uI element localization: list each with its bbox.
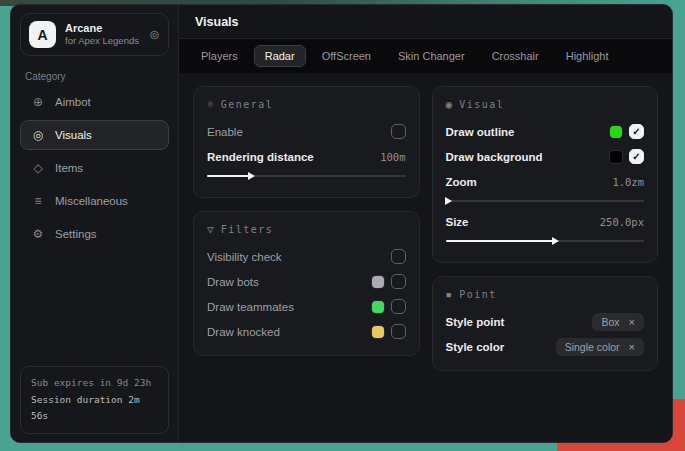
row-enable: Enable	[207, 120, 406, 143]
rendering-distance-value: 100m	[380, 151, 405, 163]
app-subtitle: for Apex Legends	[65, 35, 140, 47]
row-draw-background: Draw background ✓	[446, 145, 645, 168]
item-box-icon: ◇	[31, 161, 45, 175]
enable-label: Enable	[207, 126, 243, 138]
panel-general-title: ☼ General	[207, 98, 406, 111]
draw-background-label: Draw background	[446, 151, 543, 163]
sidebar-item-miscellaneous[interactable]: ≡ Miscellaneous	[20, 186, 169, 216]
tab-skin-changer[interactable]: Skin Changer	[387, 45, 476, 67]
tab-offscreen[interactable]: OffScreen	[311, 45, 382, 67]
sidebar-item-label: Aimbot	[55, 96, 91, 108]
draw-teammates-label: Draw teammates	[207, 301, 294, 313]
draw-outline-checkbox[interactable]: ✓	[629, 124, 644, 139]
row-draw-outline: Draw outline ✓	[446, 120, 645, 143]
style-point-label: Style point	[446, 316, 505, 328]
panel-filters-title: ▽ Filters	[207, 223, 406, 236]
draw-bots-color-swatch[interactable]	[372, 276, 384, 288]
funnel-icon: ▽	[207, 223, 214, 236]
draw-background-color-swatch[interactable]	[610, 151, 622, 163]
sidebar-item-aimbot[interactable]: ⊕ Aimbot	[20, 87, 169, 117]
rendering-distance-slider[interactable]	[207, 171, 406, 180]
sidebar-item-items[interactable]: ◇ Items	[20, 153, 169, 183]
app-name: Arcane	[65, 22, 140, 36]
zoom-label: Zoom	[446, 176, 477, 188]
sidebar-item-settings[interactable]: ⚙ Settings	[20, 219, 169, 249]
row-visibility-check: Visibility check	[207, 245, 406, 268]
enable-checkbox[interactable]	[391, 124, 406, 139]
draw-background-checkbox[interactable]: ✓	[629, 149, 644, 164]
main-header: Visuals	[179, 5, 672, 39]
right-column: ◉ Visual Draw outline ✓ Draw background	[432, 86, 659, 371]
gear-icon: ⚙	[31, 227, 45, 241]
row-size: Size 250.0px	[446, 210, 645, 233]
style-point-select[interactable]: Box ×	[592, 313, 644, 331]
row-rendering-distance: Rendering distance 100m	[207, 145, 406, 168]
style-color-select[interactable]: Single color ×	[556, 338, 644, 356]
tab-players[interactable]: Players	[190, 45, 249, 67]
close-icon[interactable]: ×	[629, 316, 635, 328]
panel-filters: ▽ Filters Visibility check Draw bots	[193, 211, 420, 356]
row-style-color: Style color Single color ×	[446, 335, 645, 358]
style-color-value: Single color	[565, 341, 620, 353]
crosshair-icon: ⊕	[31, 95, 45, 109]
session-info-card: Sub expires in 9d 23h Session duration 2…	[20, 366, 169, 434]
left-column: ☼ General Enable Rendering distance 100m	[193, 86, 420, 371]
list-icon: ≡	[31, 194, 45, 208]
page-title: Visuals	[195, 15, 656, 29]
draw-teammates-color-swatch[interactable]	[372, 301, 384, 313]
app-logo: A	[29, 21, 56, 48]
rendering-distance-label: Rendering distance	[207, 151, 314, 163]
eye-icon: ◉	[446, 98, 453, 111]
main-area: Visuals Players Radar OffScreen Skin Cha…	[179, 5, 672, 442]
category-label: Category	[25, 71, 164, 82]
sun-gear-icon: ☼	[207, 98, 214, 111]
slider-thumb-icon[interactable]	[248, 172, 255, 180]
sidebar-item-label: Items	[55, 162, 83, 174]
slider-thumb-icon[interactable]	[552, 237, 559, 245]
draw-knocked-label: Draw knocked	[207, 326, 280, 338]
draw-outline-color-swatch[interactable]	[610, 126, 622, 138]
sidebar-item-label: Settings	[55, 228, 97, 240]
row-draw-bots: Draw bots	[207, 270, 406, 293]
draw-teammates-checkbox[interactable]	[391, 299, 406, 314]
sub-expiry-text: Sub expires in 9d 23h	[31, 375, 158, 392]
slider-thumb-icon[interactable]	[445, 197, 452, 205]
size-label: Size	[446, 216, 469, 228]
tab-bar: Players Radar OffScreen Skin Changer Cro…	[179, 39, 672, 73]
sidebar-item-label: Visuals	[55, 129, 92, 141]
panel-general: ☼ General Enable Rendering distance 100m	[193, 86, 420, 198]
brand-settings-icon[interactable]: ⊚	[149, 27, 160, 42]
size-slider[interactable]	[446, 236, 645, 245]
visibility-check-label: Visibility check	[207, 251, 282, 263]
draw-bots-checkbox[interactable]	[391, 274, 406, 289]
tab-crosshair[interactable]: Crosshair	[481, 45, 550, 67]
draw-knocked-checkbox[interactable]	[391, 324, 406, 339]
orbit-eye-icon: ◎	[31, 128, 45, 142]
sidebar-nav: ⊕ Aimbot ◎ Visuals ◇ Items ≡ Miscellaneo…	[20, 87, 169, 249]
content-grid: ☼ General Enable Rendering distance 100m	[179, 73, 672, 442]
panel-visual-title: ◉ Visual	[446, 98, 645, 111]
sidebar: A Arcane for Apex Legends ⊚ Category ⊕ A…	[11, 5, 179, 442]
brand-card: A Arcane for Apex Legends ⊚	[20, 13, 169, 56]
dot-icon: ▪	[446, 288, 453, 301]
row-draw-knocked: Draw knocked	[207, 320, 406, 343]
zoom-value: 1.0zm	[612, 176, 644, 188]
style-point-value: Box	[601, 316, 619, 328]
sidebar-item-label: Miscellaneous	[55, 195, 128, 207]
sidebar-item-visuals[interactable]: ◎ Visuals	[20, 120, 169, 150]
app-window: A Arcane for Apex Legends ⊚ Category ⊕ A…	[10, 4, 673, 443]
session-duration-text: Session duration 2m 56s	[31, 392, 158, 425]
row-zoom: Zoom 1.0zm	[446, 170, 645, 193]
draw-outline-label: Draw outline	[446, 126, 515, 138]
draw-knocked-color-swatch[interactable]	[372, 326, 384, 338]
size-value: 250.0px	[600, 216, 644, 228]
visibility-check-checkbox[interactable]	[391, 249, 406, 264]
row-style-point: Style point Box ×	[446, 310, 645, 333]
tab-highlight[interactable]: Highlight	[555, 45, 620, 67]
panel-point: ▪ Point Style point Box × Style color S	[432, 276, 659, 371]
zoom-slider[interactable]	[446, 196, 645, 205]
style-color-label: Style color	[446, 341, 505, 353]
tab-radar[interactable]: Radar	[254, 45, 306, 67]
close-icon[interactable]: ×	[629, 341, 635, 353]
panel-visual: ◉ Visual Draw outline ✓ Draw background	[432, 86, 659, 263]
